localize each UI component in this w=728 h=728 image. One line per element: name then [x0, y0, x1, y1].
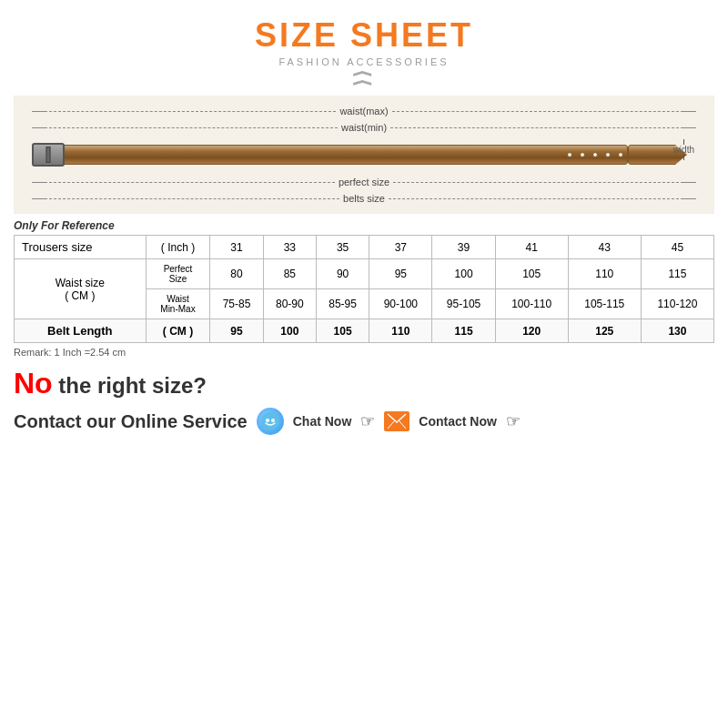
- bl-41: 120: [495, 319, 568, 343]
- size-43: 43: [568, 236, 641, 259]
- chevron-icon: ❰❰: [355, 69, 373, 87]
- reference-note: Only For Reference: [14, 219, 714, 232]
- size-39: 39: [432, 236, 495, 259]
- inch-header: ( Inch ): [146, 236, 210, 259]
- belts-size-row: belts size: [32, 190, 696, 207]
- perfect-size-label: perfect size: [335, 177, 393, 187]
- wm-33: 80-90: [263, 289, 316, 319]
- size-table: Trousers size ( Inch ) 31 33 35 37 39 41…: [14, 235, 714, 343]
- bl-45: 130: [641, 319, 713, 343]
- contact-now-button[interactable]: Contact Now: [419, 414, 497, 429]
- waist-min-row: waist(min): [32, 119, 696, 136]
- size-37: 37: [369, 236, 432, 259]
- waist-minmax-sublabel: WaistMin-Max: [146, 289, 210, 319]
- perfect-size-sublabel: PerfectSize: [146, 259, 210, 289]
- wm-35: 85-95: [316, 289, 369, 319]
- no-text: No: [14, 367, 53, 399]
- waist-min-label: waist(min): [338, 122, 390, 133]
- size-35: 35: [316, 236, 369, 259]
- hand-chat-icon: ☞: [360, 411, 375, 431]
- belts-size-label: belts size: [339, 193, 389, 204]
- ps-41: 105: [495, 259, 568, 289]
- contact-section: Contact our Online Service Chat Now ☞: [14, 408, 714, 435]
- right-size-suffix: the right size?: [53, 373, 207, 398]
- svg-point-1: [266, 419, 269, 422]
- perfect-size-row: perfect size: [32, 174, 696, 190]
- size-33: 33: [263, 236, 316, 259]
- wm-31: 75-85: [210, 289, 263, 319]
- ps-45: 115: [641, 259, 713, 289]
- belt-length-label: Belt Length: [15, 319, 147, 343]
- no-right-size-text: No the right size?: [14, 367, 714, 400]
- wm-41: 100-110: [495, 289, 568, 319]
- remark-text: Remark: 1 Inch =2.54 cm: [14, 347, 714, 358]
- width-label: width: [672, 145, 696, 155]
- perfect-size-row-data: Waist size( CM ) PerfectSize 80 85 90 95…: [15, 259, 714, 289]
- size-31: 31: [210, 236, 263, 259]
- wm-43: 105-115: [568, 289, 641, 319]
- sub-title: FASHION ACCESSORIES: [14, 56, 714, 67]
- belt-length-row: Belt Length ( CM ) 95 100 105 110 115 12…: [15, 319, 714, 343]
- belt-cm-label: ( CM ): [146, 319, 210, 343]
- waist-max-row: waist(max): [32, 103, 696, 119]
- bl-33: 100: [263, 319, 316, 343]
- contact-label: Contact our Online Service: [14, 411, 248, 432]
- chat-now-button[interactable]: Chat Now: [293, 414, 352, 429]
- bl-39: 115: [432, 319, 495, 343]
- ps-35: 90: [316, 259, 369, 289]
- size-45: 45: [641, 236, 713, 259]
- wm-37: 90-100: [369, 289, 432, 319]
- wm-39: 95-105: [432, 289, 495, 319]
- bl-37: 110: [369, 319, 432, 343]
- ps-39: 100: [432, 259, 495, 289]
- size-41: 41: [495, 236, 568, 259]
- trousers-header: Trousers size: [15, 236, 147, 259]
- belt-diagram: waist(max) waist(min): [14, 96, 714, 214]
- no-size-section: No the right size? Contact our Online Se…: [14, 367, 714, 435]
- ps-33: 85: [263, 259, 316, 289]
- bl-43: 125: [568, 319, 641, 343]
- ps-31: 80: [210, 259, 263, 289]
- bl-31: 95: [210, 319, 263, 343]
- wm-45: 110-120: [641, 289, 713, 319]
- svg-point-2: [271, 419, 275, 422]
- svg-point-0: [261, 412, 279, 430]
- waist-max-label: waist(max): [336, 106, 391, 116]
- chat-icon: [257, 408, 284, 435]
- ps-43: 110: [568, 259, 641, 289]
- page-title: SIZE SHEET: [14, 16, 714, 55]
- waist-label: Waist size( CM ): [15, 259, 147, 319]
- mail-icon: [384, 411, 410, 431]
- hand-contact-icon: ☞: [506, 411, 521, 431]
- bl-35: 105: [316, 319, 369, 343]
- ps-37: 95: [369, 259, 432, 289]
